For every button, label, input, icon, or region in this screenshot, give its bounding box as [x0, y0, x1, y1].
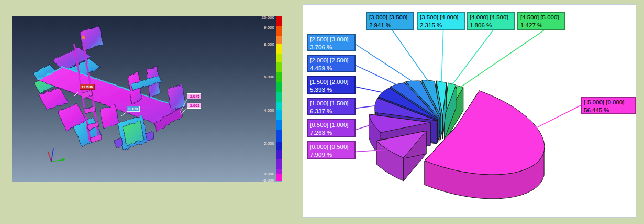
- pie-label-range: [2.000] [2.500]: [310, 57, 352, 65]
- pie-leader-line: [356, 105, 377, 108]
- scan-3d-viewport[interactable]: 20.0009.0008.0006.0004.0002.0000.000-5.0…: [12, 16, 282, 182]
- scale-tick: -5.000: [262, 178, 274, 182]
- scale-tick: 20.000: [262, 16, 274, 20]
- pie-label-range: [4.000] [4.500]: [470, 14, 512, 22]
- scale-tick: 0.000: [264, 172, 274, 176]
- deviation-distribution-panel: [-5.000] [0.000]56.445 %[0.000] [0.500]7…: [303, 4, 636, 218]
- pie-label-percent: 2.315 %: [420, 22, 462, 29]
- scale-tick: 8.000: [264, 42, 274, 47]
- pie-label-percent: 7.263 %: [310, 129, 352, 137]
- pie-leader-line: [393, 30, 429, 82]
- pie-label-percent: 6.337 %: [310, 108, 352, 115]
- pie-label-[1.000] [1.500][interactable]: [1.000] [1.500]6.337 %: [307, 98, 356, 115]
- pie-label-range: [2.500] [3.000]: [310, 36, 352, 44]
- pie-label-range: [3.500] [4.000]: [420, 14, 462, 22]
- scale-tick: 4.000: [264, 108, 274, 113]
- pie-label-[2.500] [3.000][interactable]: [2.500] [3.000]3.706 %: [307, 34, 356, 51]
- pie-label-[1.500] [2.000][interactable]: [1.500] [2.000]5.393 %: [307, 76, 356, 94]
- pie-label-percent: 5.393 %: [310, 86, 352, 94]
- pie-label-range: [4.500] [5.000]: [520, 14, 562, 22]
- pie-label-range: [1.500] [2.000]: [310, 78, 352, 86]
- deviation-annotation[interactable]: -3.001: [187, 103, 201, 109]
- scanned-part: [32, 26, 185, 150]
- pie-label-[2.000] [2.500][interactable]: [2.000] [2.500]4.459 %: [307, 55, 356, 72]
- pie-label-range: [1.000] [1.500]: [310, 100, 352, 108]
- desktop-background: 20.0009.0008.0006.0004.0002.0000.000-5.0…: [0, 0, 644, 224]
- pie-leader-line: [356, 87, 385, 93]
- scale-tick: 2.000: [264, 141, 274, 146]
- pie-label-percent: 2.941 %: [369, 22, 411, 29]
- axis-triad-icon: [48, 148, 65, 162]
- pie-label-range: [0.500] [1.000]: [310, 121, 352, 129]
- deviation-annotation[interactable]: 11.536: [80, 84, 95, 90]
- scale-tick: 9.000: [264, 25, 274, 30]
- pie-label-percent: 1.806 %: [470, 22, 512, 29]
- pie-label-percent: 7.909 %: [310, 151, 352, 159]
- scan-model: [12, 16, 282, 182]
- pie-label-[0.500] [1.000][interactable]: [0.500] [1.000]7.263 %: [307, 119, 356, 137]
- pie-leader-line: [535, 105, 581, 129]
- pie-label-percent: 4.459 %: [310, 65, 352, 72]
- pie-leader-line: [460, 30, 544, 88]
- deviation-color-scale: [276, 16, 282, 181]
- pie-label-percent: 56.445 %: [584, 106, 633, 114]
- pie-label-range: [-5.000] [0.000]: [584, 99, 633, 106]
- pie-label-[3.500] [4.000][interactable]: [3.500] [4.000]2.315 %: [417, 12, 465, 30]
- pie-leader-line: [441, 30, 443, 83]
- pie-leader-line: [356, 44, 414, 82]
- pie-label-[0.000] [0.500][interactable]: [0.000] [0.500]7.909 %: [307, 141, 356, 159]
- pie-leader-line: [452, 30, 493, 85]
- pie-label-range: [0.000] [0.500]: [310, 143, 352, 151]
- deviation-annotation[interactable]: 3.173: [127, 106, 140, 112]
- scale-tick: 6.000: [264, 74, 274, 79]
- pie-label-[4.500] [5.000][interactable]: [4.500] [5.000]1.427 %: [517, 12, 565, 30]
- pie-label-[-5.000] [0.000][interactable]: [-5.000] [0.000]56.445 %: [581, 97, 636, 114]
- pie-label-range: [3.000] [3.500]: [369, 14, 411, 22]
- pie-label-[4.000] [4.500][interactable]: [4.000] [4.500]1.806 %: [467, 12, 515, 30]
- pie-label-percent: 1.427 %: [520, 22, 562, 29]
- deviation-annotation[interactable]: -3.075: [187, 93, 201, 99]
- pie-label-[3.000] [3.500][interactable]: [3.000] [3.500]2.941 %: [366, 12, 414, 30]
- pie-label-percent: 3.706 %: [310, 44, 352, 51]
